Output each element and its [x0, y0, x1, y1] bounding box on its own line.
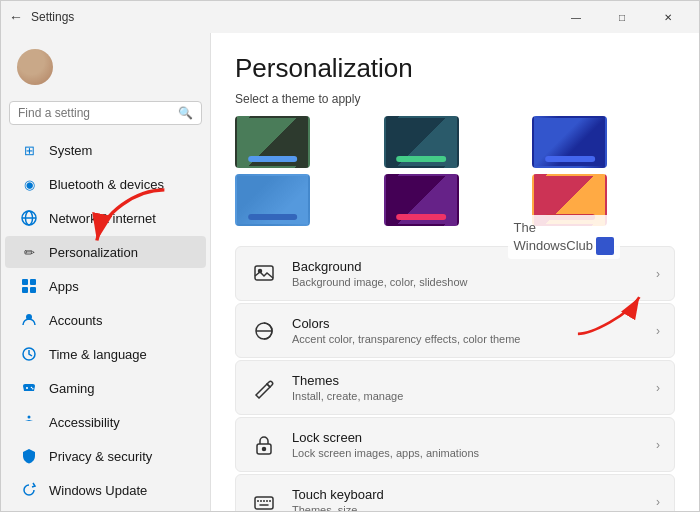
main-panel: Personalization Select a theme to apply [211, 33, 699, 511]
titlebar-left: ← Settings [9, 9, 74, 25]
user-profile[interactable] [1, 41, 210, 101]
touch-keyboard-chevron: › [656, 495, 660, 509]
svg-rect-4 [30, 279, 36, 285]
sidebar-item-time[interactable]: Time & language [5, 338, 206, 370]
colors-title: Colors [292, 316, 642, 331]
svg-rect-3 [22, 279, 28, 285]
sidebar-label-time: Time & language [49, 347, 147, 362]
themes-text: Themes Install, create, manage [292, 373, 642, 402]
bluetooth-icon: ◉ [21, 176, 37, 192]
theme-tile-4[interactable] [235, 174, 310, 226]
lock-screen-text: Lock screen Lock screen images, apps, an… [292, 430, 642, 459]
avatar [17, 49, 53, 85]
sidebar-label-apps: Apps [49, 279, 79, 294]
search-input[interactable] [18, 106, 172, 120]
sidebar: 🔍 ⊞ System ◉ Bluetooth & devices [1, 33, 211, 511]
lock-screen-subtitle: Lock screen images, apps, animations [292, 447, 642, 459]
close-button[interactable]: ✕ [645, 1, 691, 33]
settings-item-background[interactable]: Background Background image, color, slid… [235, 246, 675, 301]
svg-point-12 [32, 388, 34, 390]
page-title: Personalization [235, 53, 675, 84]
theme-grid [235, 116, 675, 226]
apps-icon [21, 278, 37, 294]
settings-item-themes[interactable]: Themes Install, create, manage › [235, 360, 675, 415]
sidebar-label-system: System [49, 143, 92, 158]
theme-tile-2[interactable] [384, 116, 459, 168]
accounts-icon [21, 312, 37, 328]
window-title: Settings [31, 10, 74, 24]
svg-rect-6 [30, 287, 36, 293]
time-icon [21, 346, 37, 362]
settings-list: Background Background image, color, slid… [235, 246, 675, 511]
theme-bar-5 [396, 214, 446, 220]
gaming-icon [21, 380, 37, 396]
background-title: Background [292, 259, 642, 274]
sidebar-item-privacy[interactable]: Privacy & security [5, 440, 206, 472]
sidebar-item-gaming[interactable]: Gaming [5, 372, 206, 404]
sidebar-label-gaming: Gaming [49, 381, 95, 396]
themes-title: Themes [292, 373, 642, 388]
background-icon [250, 260, 278, 288]
sidebar-item-network[interactable]: Network & internet [5, 202, 206, 234]
maximize-button[interactable]: □ [599, 1, 645, 33]
colors-chevron: › [656, 324, 660, 338]
background-chevron: › [656, 267, 660, 281]
theme-bar-4 [248, 214, 298, 220]
accessibility-icon [21, 414, 37, 430]
theme-tile-1[interactable] [235, 116, 310, 168]
lock-screen-title: Lock screen [292, 430, 642, 445]
settings-window: ← Settings — □ ✕ 🔍 ⊞ System [0, 0, 700, 512]
theme-tile-6[interactable] [532, 174, 607, 226]
sidebar-label-personalization: Personalization [49, 245, 138, 260]
background-subtitle: Background image, color, slideshow [292, 276, 642, 288]
svg-point-13 [28, 416, 31, 419]
themes-subtitle: Install, create, manage [292, 390, 642, 402]
theme-tile-3[interactable] [532, 116, 607, 168]
sidebar-item-system[interactable]: ⊞ System [5, 134, 206, 166]
settings-item-lock-screen[interactable]: Lock screen Lock screen images, apps, an… [235, 417, 675, 472]
titlebar: ← Settings — □ ✕ [1, 1, 699, 33]
theme-bar-3 [545, 156, 595, 162]
sidebar-item-bluetooth[interactable]: ◉ Bluetooth & devices [5, 168, 206, 200]
sidebar-label-bluetooth: Bluetooth & devices [49, 177, 164, 192]
personalization-icon: ✏ [21, 244, 37, 260]
touch-keyboard-subtitle: Themes, size [292, 504, 642, 511]
theme-section-label: Select a theme to apply [235, 92, 675, 106]
theme-bar-1 [248, 156, 298, 162]
svg-point-18 [263, 447, 266, 450]
content-area: 🔍 ⊞ System ◉ Bluetooth & devices [1, 33, 699, 511]
minimize-button[interactable]: — [553, 1, 599, 33]
lock-screen-icon [250, 431, 278, 459]
themes-icon [250, 374, 278, 402]
svg-point-11 [31, 387, 33, 389]
background-text: Background Background image, color, slid… [292, 259, 642, 288]
sidebar-item-accounts[interactable]: Accounts [5, 304, 206, 336]
touch-keyboard-text: Touch keyboard Themes, size [292, 487, 642, 511]
colors-subtitle: Accent color, transparency effects, colo… [292, 333, 642, 345]
search-icon: 🔍 [178, 106, 193, 120]
colors-text: Colors Accent color, transparency effect… [292, 316, 642, 345]
sidebar-item-accessibility[interactable]: Accessibility [5, 406, 206, 438]
sidebar-label-accounts: Accounts [49, 313, 102, 328]
touch-keyboard-icon [250, 488, 278, 512]
sidebar-item-update[interactable]: Windows Update [5, 474, 206, 506]
theme-bar-2 [396, 156, 446, 162]
privacy-icon [21, 448, 37, 464]
sidebar-label-accessibility: Accessibility [49, 415, 120, 430]
network-icon [21, 210, 37, 226]
sidebar-label-network: Network & internet [49, 211, 156, 226]
theme-tile-5[interactable] [384, 174, 459, 226]
themes-chevron: › [656, 381, 660, 395]
theme-bar-6 [545, 214, 595, 220]
sidebar-label-privacy: Privacy & security [49, 449, 152, 464]
svg-point-15 [259, 269, 262, 272]
settings-item-colors[interactable]: Colors Accent color, transparency effect… [235, 303, 675, 358]
sidebar-item-apps[interactable]: Apps [5, 270, 206, 302]
settings-item-touch-keyboard[interactable]: Touch keyboard Themes, size › [235, 474, 675, 511]
colors-icon [250, 317, 278, 345]
touch-keyboard-title: Touch keyboard [292, 487, 642, 502]
search-box[interactable]: 🔍 [9, 101, 202, 125]
titlebar-controls: — □ ✕ [553, 1, 691, 33]
sidebar-item-personalization[interactable]: ✏ Personalization [5, 236, 206, 268]
back-icon[interactable]: ← [9, 9, 23, 25]
